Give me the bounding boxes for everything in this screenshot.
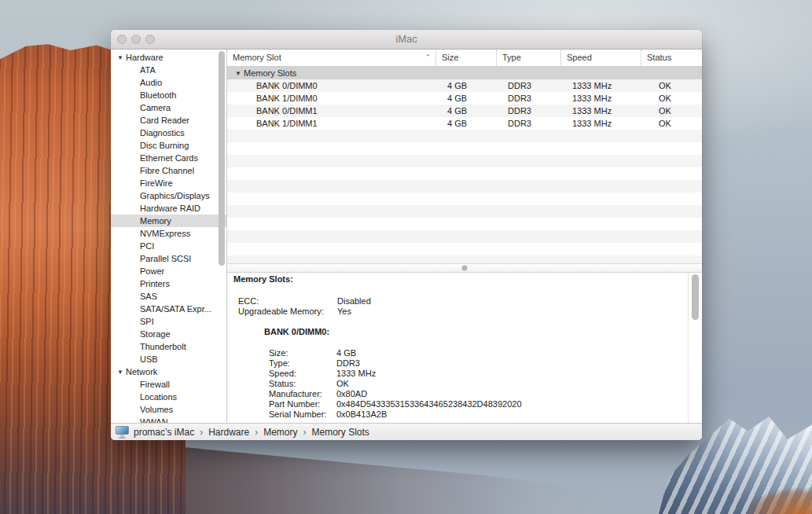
sidebar-item-audio[interactable]: Audio — [111, 76, 226, 89]
detail-field-label: Status: — [269, 379, 336, 389]
sidebar-item-disc-burning[interactable]: Disc Burning — [111, 139, 226, 152]
computer-icon-screen — [116, 426, 129, 435]
sidebar-scrollbar[interactable] — [217, 50, 226, 423]
sidebar-item-spi[interactable]: SPI — [111, 315, 226, 328]
sidebar-item-bluetooth[interactable]: Bluetooth — [111, 89, 226, 101]
sidebar: ▼HardwareATAAudioBluetoothCameraCard Rea… — [111, 50, 227, 423]
cell-status: OK — [641, 92, 702, 105]
detail-content: Memory Slots: ECC:DisabledUpgradeable Me… — [227, 273, 702, 420]
sidebar-group-hardware[interactable]: ▼Hardware — [111, 51, 226, 64]
desktop: iMac ▼HardwareATAAudioBluetoothCameraCar… — [0, 0, 812, 514]
sidebar-item-pci[interactable]: PCI — [111, 240, 226, 252]
detail-field: Speed:1333 MHz — [269, 369, 702, 379]
sidebar-item-firewire[interactable]: FireWire — [111, 177, 226, 189]
sidebar-item-graphics-displays[interactable]: Graphics/Displays — [111, 189, 226, 202]
disclosure-triangle-icon[interactable]: ▼ — [117, 52, 126, 64]
splitter-handle-icon[interactable] — [462, 266, 468, 271]
disclosure-triangle-icon[interactable]: ▼ — [117, 366, 126, 378]
disclosure-triangle-icon[interactable]: ▼ — [235, 68, 244, 80]
detail-field-label: Size: — [269, 348, 336, 358]
sidebar-list: ▼HardwareATAAudioBluetoothCameraCard Rea… — [111, 50, 226, 423]
breadcrumb: promac’s iMac›Hardware›Memory›Memory Slo… — [134, 427, 369, 438]
detail-scrollbar-track[interactable] — [688, 273, 689, 423]
detail-field: Manufacturer:0x80AD — [269, 389, 702, 399]
wallpaper-foliage — [710, 475, 812, 514]
column-header-size[interactable]: Size — [436, 50, 497, 66]
cell-size: 4 GB — [436, 117, 497, 130]
table-row[interactable]: BANK 1/DIMM04 GBDDR31333 MHzOK — [227, 92, 702, 105]
sidebar-item-fibre-channel[interactable]: Fibre Channel — [111, 164, 226, 177]
table-header: Memory Slot ⌃ Size Type Speed — [227, 50, 702, 67]
cell-type: DDR3 — [497, 92, 561, 105]
cell-size: 4 GB — [436, 79, 497, 92]
detail-field-label: ECC: — [238, 296, 337, 307]
table-group-label: Memory Slots — [244, 68, 296, 78]
detail-scrollbar-thumb[interactable] — [692, 274, 699, 320]
sidebar-item-ata[interactable]: ATA — [111, 64, 226, 76]
table-row[interactable]: BANK 0/DIMM14 GBDDR31333 MHzOK — [227, 105, 702, 117]
sidebar-item-wwan[interactable]: WWAN — [111, 416, 226, 423]
detail-field-label: Serial Number: — [269, 409, 336, 420]
detail-field-value: 1333 MHz — [336, 369, 376, 379]
pane-splitter[interactable] — [227, 263, 702, 273]
detail-field-label: Type: — [269, 358, 336, 369]
bank-fields: Size:4 GBType:DDR3Speed:1333 MHzStatus:O… — [227, 348, 702, 420]
sidebar-item-card-reader[interactable]: Card Reader — [111, 114, 226, 127]
sidebar-item-power[interactable]: Power — [111, 265, 226, 277]
sidebar-item-parallel-scsi[interactable]: Parallel SCSI — [111, 252, 226, 265]
computer-icon-base — [119, 437, 126, 439]
column-header-label: Memory Slot — [233, 53, 281, 62]
sidebar-item-firewall[interactable]: Firewall — [111, 378, 226, 391]
sidebar-item-camera[interactable]: Camera — [111, 101, 226, 114]
table-group-row[interactable]: ▼Memory Slots — [227, 67, 702, 79]
detail-pane: Memory Slots: ECC:DisabledUpgradeable Me… — [227, 273, 702, 423]
column-header-speed[interactable]: Speed — [561, 50, 641, 66]
detail-title: Memory Slots: — [233, 274, 702, 285]
window-titlebar[interactable]: iMac — [111, 30, 702, 50]
sidebar-item-ethernet-cards[interactable]: Ethernet Cards — [111, 152, 226, 164]
sort-ascending-icon: ⌃ — [424, 50, 431, 66]
main-pane: Memory Slot ⌃ Size Type Speed — [227, 50, 702, 423]
cell-memory-slot: BANK 1/DIMM0 — [227, 92, 436, 105]
sidebar-group-label: Network — [126, 367, 157, 376]
column-header-memory-slot[interactable]: Memory Slot ⌃ — [227, 50, 436, 66]
breadcrumb-segment: Memory — [263, 427, 297, 438]
sidebar-item-hardware-raid[interactable]: Hardware RAID — [111, 202, 226, 215]
column-header-label: Size — [442, 53, 458, 62]
window-title: iMac — [111, 30, 702, 49]
system-information-window: iMac ▼HardwareATAAudioBluetoothCameraCar… — [111, 30, 702, 440]
sidebar-item-diagnostics[interactable]: Diagnostics — [111, 127, 226, 139]
sidebar-item-thunderbolt[interactable]: Thunderbolt — [111, 340, 226, 353]
sidebar-item-usb[interactable]: USB — [111, 353, 226, 365]
sidebar-item-sata-sata-expr[interactable]: SATA/SATA Expr... — [111, 303, 226, 315]
sidebar-item-nvmexpress[interactable]: NVMExpress — [111, 227, 226, 240]
detail-field: Type:DDR3 — [269, 358, 702, 369]
detail-field-value: 0x484D54333531533643465238432D48392020 — [336, 399, 522, 409]
sidebar-item-memory[interactable]: Memory — [111, 215, 226, 227]
breadcrumb-segment: Memory Slots — [312, 427, 369, 438]
cell-status: OK — [641, 105, 702, 117]
column-header-label: Type — [502, 53, 521, 62]
memory-slot-table: Memory Slot ⌃ Size Type Speed — [227, 50, 702, 263]
sidebar-item-volumes[interactable]: Volumes — [111, 403, 226, 416]
sidebar-group-label: Hardware — [126, 53, 164, 62]
table-row[interactable]: BANK 0/DIMM04 GBDDR31333 MHzOK — [227, 79, 702, 92]
sidebar-item-locations[interactable]: Locations — [111, 391, 226, 403]
detail-field-label: Speed: — [269, 369, 336, 379]
detail-field-label: Manufacturer: — [269, 389, 336, 399]
sidebar-scrollbar-thumb[interactable] — [219, 51, 225, 266]
bank-title: BANK 0/DIMM0: — [264, 327, 702, 337]
table-row[interactable]: BANK 1/DIMM14 GBDDR31333 MHzOK — [227, 117, 702, 130]
sidebar-item-sas[interactable]: SAS — [111, 290, 226, 303]
cell-speed: 1333 MHz — [561, 105, 641, 117]
detail-field-value: Yes — [337, 307, 351, 317]
sidebar-group-network[interactable]: ▼Network — [111, 365, 226, 378]
sidebar-item-storage[interactable]: Storage — [111, 328, 226, 340]
sidebar-item-printers[interactable]: Printers — [111, 277, 226, 290]
detail-field: Upgradeable Memory:Yes — [238, 307, 702, 317]
detail-field: Status:OK — [269, 379, 702, 389]
column-header-type[interactable]: Type — [497, 50, 561, 66]
column-header-status[interactable]: Status — [641, 50, 702, 66]
detail-field-value: OK — [336, 379, 349, 389]
cell-size: 4 GB — [436, 92, 497, 105]
